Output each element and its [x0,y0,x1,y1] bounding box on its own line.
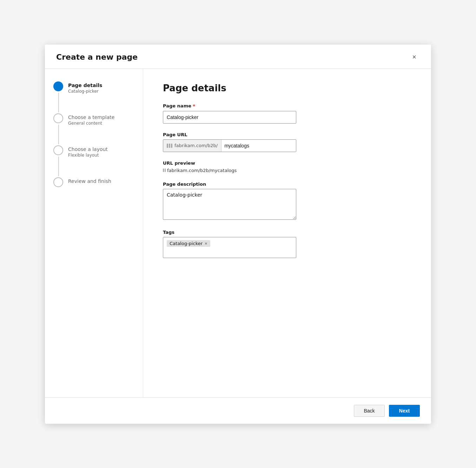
page-url-label: Page URL [163,132,411,137]
step-text-choose-layout: Choose a layout Flexible layout [68,145,108,158]
page-description-label: Page description [163,182,411,187]
tag-remove-button[interactable]: × [205,241,207,246]
check-icon [56,84,61,89]
url-prefix: fabrikam.com/b2b/ [163,140,222,152]
tags-input-area[interactable]: Catalog-picker × [163,237,296,258]
step-circle-choose-template [53,113,63,123]
step-wrapper-review-finish: Review and finish [53,177,134,187]
page-url-field-group: Page URL fabrikam.com/b2b/ [163,132,411,152]
main-content: Page details Page name * Page URL [143,69,431,397]
step-text-page-details: Page details Catalog-picker [68,81,102,94]
close-button[interactable]: × [409,52,420,63]
step-item-choose-template: Choose a template General content [53,113,134,126]
next-button[interactable]: Next [389,405,420,417]
connector-1 [58,93,59,112]
page-name-label: Page name * [163,103,411,109]
page-description-input[interactable]: Catalog-picker [163,189,296,220]
step-circle-choose-layout [53,145,63,155]
step-text-review-finish: Review and finish [68,177,111,184]
step-sub-choose-template: General content [68,121,114,126]
step-wrapper-choose-layout: Choose a layout Flexible layout [53,145,134,177]
step-name-review-finish: Review and finish [68,178,111,184]
step-wrapper-page-details: Page details Catalog-picker [53,81,134,113]
svg-point-0 [56,84,60,88]
step-name-choose-layout: Choose a layout [68,146,108,152]
url-preview-icon [163,169,166,172]
tags-field-group: Tags Catalog-picker × [163,230,411,258]
page-name-input[interactable] [163,111,296,124]
step-circle-page-details [53,81,63,91]
create-page-dialog: Create a new page × Page details Catalog… [45,45,431,424]
required-indicator: * [193,103,195,109]
step-sub-page-details: Catalog-picker [68,89,102,94]
step-name-page-details: Page details [68,83,102,88]
dialog-footer: Back Next [45,397,431,424]
dialog-body: Page details Catalog-picker Choose a tem… [45,69,431,397]
connector-3 [58,157,59,176]
tags-label: Tags [163,230,411,235]
page-description-field-group: Page description Catalog-picker [163,182,411,221]
step-name-choose-template: Choose a template [68,114,114,120]
connector-2 [58,125,59,144]
url-field-wrapper: fabrikam.com/b2b/ [163,139,296,152]
back-button[interactable]: Back [354,405,385,417]
step-item-page-details: Page details Catalog-picker [53,81,134,94]
dialog-header: Create a new page × [45,45,431,69]
url-preview-text: fabrikam.com/b2b/mycatalogs [163,168,411,173]
section-title: Page details [163,83,411,93]
step-item-choose-layout: Choose a layout Flexible layout [53,145,134,158]
url-preview-label: URL preview [163,160,411,166]
tag-chip: Catalog-picker × [167,240,210,247]
step-text-choose-template: Choose a template General content [68,113,114,126]
dialog-title: Create a new page [56,53,138,61]
url-suffix-input[interactable] [222,140,296,152]
url-prefix-icon [167,144,172,148]
step-sub-choose-layout: Flexible layout [68,153,108,158]
sidebar: Page details Catalog-picker Choose a tem… [45,69,143,397]
url-preview-field-group: URL preview fabrikam.com/b2b/mycatalogs [163,160,411,173]
step-wrapper-choose-template: Choose a template General content [53,113,134,145]
page-name-field-group: Page name * [163,103,411,124]
tag-label: Catalog-picker [170,241,203,246]
step-item-review-finish: Review and finish [53,177,134,187]
step-circle-review-finish [53,177,63,187]
